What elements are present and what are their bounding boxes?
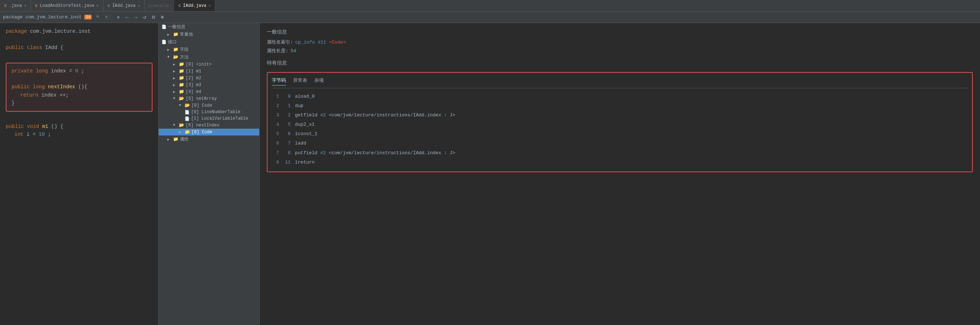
bytecode-tabs: 字节码 异常表 杂项 <box>272 77 968 88</box>
bc-line-num: 3 <box>272 111 279 119</box>
kw-public3: public <box>6 124 24 129</box>
tree-item-label: [6] nextIndex <box>186 123 220 128</box>
tree-item-interface[interactable]: 📄 接口 <box>159 38 259 46</box>
kw-return: return <box>20 92 38 98</box>
tree-item-fields[interactable]: ▶ 📁 字段 <box>159 46 259 53</box>
tree-item-methods[interactable]: ▼ 📂 方法 <box>159 53 259 61</box>
refresh-btn[interactable]: ↺ <box>142 13 148 21</box>
bc-line-num: 5 <box>272 130 279 138</box>
bc-offset: 5 <box>282 121 291 128</box>
kw-public2: public <box>11 84 30 90</box>
tree-item-label: [5] setArray <box>186 96 217 101</box>
fn-m1: m1 <box>42 124 48 129</box>
tab-loadandstore[interactable]: C LoadAndStoreTest.java ✕ <box>31 0 103 11</box>
code-line-m1-sig: public void m1 () { <box>6 122 153 130</box>
globe-btn[interactable]: ⊕ <box>159 13 165 21</box>
arrow-icon: ▶ <box>173 90 177 94</box>
arrow-icon: ▶ <box>173 62 177 67</box>
arrow-icon: ▼ <box>179 103 183 107</box>
arrow-icon: ▶ <box>173 83 177 87</box>
bc-row-0: 1 0 aload_0 <box>272 92 968 101</box>
code-panel: package com.jvm.lecture.inst public clas… <box>0 23 159 325</box>
tree-item-label: 常量池 <box>180 31 193 38</box>
tree-item-attributes[interactable]: ▶ 📁 属性 <box>159 135 259 143</box>
tab-close[interactable]: ✕ <box>208 3 210 8</box>
tab-bytecode[interactable]: 字节码 <box>272 77 286 86</box>
keyword-public: public <box>6 45 24 51</box>
separator-btn: ▼; <box>103 14 113 21</box>
tree-item-localvar[interactable]: 📄 [1] LocalVariableTable <box>159 115 259 122</box>
tree-item-label: 字段 <box>180 46 189 52</box>
folder-icon: 📂 <box>179 96 184 101</box>
attr-length-label: 属性长度: <box>267 48 288 54</box>
panel-btn[interactable]: ⊟ <box>150 13 156 21</box>
tree-item-m2[interactable]: ▶ 📁 [2] m2 <box>159 75 259 81</box>
forward-btn[interactable]: → <box>133 14 139 21</box>
bc-row-1: 2 1 dup <box>272 101 968 111</box>
close-btn[interactable]: ✕ <box>115 13 121 21</box>
arrow-icon: ▼ <box>173 123 177 127</box>
bc-row-7: 8 11 lreturn <box>272 158 968 167</box>
tree-item-label: [1] LocalVariableTable <box>191 116 248 121</box>
bc-ref[interactable]: #2 <box>320 111 326 119</box>
folder-icon: 📂 <box>173 54 178 60</box>
bc-instruction: lconst_1 <box>295 130 317 138</box>
attr-name-row: 属性名索引: cp_info #11 <Code> <box>267 39 973 45</box>
tab-label: IAdd.java <box>183 3 207 8</box>
back-btn[interactable]: ← <box>124 14 130 21</box>
folder-icon: 📁 <box>179 89 184 94</box>
tree-item-setarray[interactable]: ▼ 📂 [5] setArray <box>159 95 259 102</box>
bc-detail: <com/jvm/lecture/instructions/IAdd.index… <box>326 111 455 119</box>
kw-long2: long <box>33 84 45 90</box>
tree-item-init[interactable]: ▶ 📁 [0] <init> <box>159 61 259 68</box>
class-icon: C <box>108 3 110 8</box>
tree-item-m1[interactable]: ▶ 📁 [1] m1 <box>159 68 259 75</box>
tab-misc[interactable]: 杂项 <box>314 77 324 86</box>
tree-item-linenumber[interactable]: 📄 [0] LineNumberTable <box>159 109 259 115</box>
folder-icon: 📁 <box>179 75 184 81</box>
bc-line-num: 6 <box>272 140 279 147</box>
code-content: package com.jvm.lecture.inst public clas… <box>0 23 158 143</box>
tree-item-nextindex[interactable]: ▼ 📂 [6] nextIndex <box>159 122 259 128</box>
code-classname: IAdd { <box>45 45 63 51</box>
tab-label: IAdd.java <box>112 3 135 8</box>
tab-iadd-jclasslib[interactable]: C IAdd.java ✕ <box>174 0 215 11</box>
bc-ref[interactable]: #2 <box>320 149 326 157</box>
code-semi2: ; <box>48 132 51 137</box>
tab-close[interactable]: ✕ <box>24 3 26 8</box>
arrow-icon: ▶ <box>167 48 172 52</box>
tab-close[interactable]: ✕ <box>97 3 99 8</box>
code-m1-paren: () { <box>51 124 64 129</box>
folder-icon: 📂 <box>179 122 184 128</box>
file-icon: 📄 <box>162 40 167 44</box>
bc-row-2: 3 2 getfield #2 <com/jvm/lecture/instruc… <box>272 111 968 120</box>
package-text: package com.jvm.lecture.inst <box>3 14 81 20</box>
tab-exception-table[interactable]: 异常表 <box>293 77 307 86</box>
tab-close[interactable]: ✕ <box>138 3 140 8</box>
bc-offset: 2 <box>282 111 291 119</box>
tree-item-m4[interactable]: ▶ 📁 [4] m4 <box>159 88 259 95</box>
tree-item-general[interactable]: 📄 一般信息 <box>159 23 259 31</box>
code-semi: ; <box>81 68 84 74</box>
arrow-up-btn[interactable]: ^ <box>94 14 100 21</box>
attr-name-label: 属性名索引: <box>267 39 293 45</box>
code-assign: = <box>69 68 75 74</box>
tree-item-m3[interactable]: ▶ 📁 [3] m3 <box>159 81 259 88</box>
folder-icon: 📁 <box>185 129 190 135</box>
code-var-i: i <box>27 132 33 137</box>
tree-item-constpool[interactable]: ▶ 📁 常量池 <box>159 31 259 38</box>
bc-line-num: 4 <box>272 121 279 128</box>
bytecode-section: 字节码 异常表 杂项 1 0 aload_0 2 1 dup 3 2 getfi… <box>267 72 973 172</box>
tab-java-unnamed[interactable]: C .java ✕ <box>0 0 31 11</box>
bc-detail: <com/jvm/lecture/instructions/IAdd.index… <box>326 149 455 157</box>
attr-name-link[interactable]: cp_info #11 <box>295 40 326 45</box>
kw-void: void <box>27 124 39 129</box>
bc-instruction: lreturn <box>295 159 315 166</box>
tree-item-setarray-code[interactable]: ▼ 📂 [0] Code <box>159 102 259 109</box>
code-closing-brace: } <box>11 100 14 106</box>
warning-badge: 14 <box>84 15 92 19</box>
arrow-icon: ▼ <box>167 55 172 59</box>
bc-offset: 0 <box>282 93 291 100</box>
tree-item-nextindex-code[interactable]: ▶ 📁 [0] Code <box>159 128 259 135</box>
tab-iadd-java[interactable]: C IAdd.java ✕ <box>103 0 145 11</box>
